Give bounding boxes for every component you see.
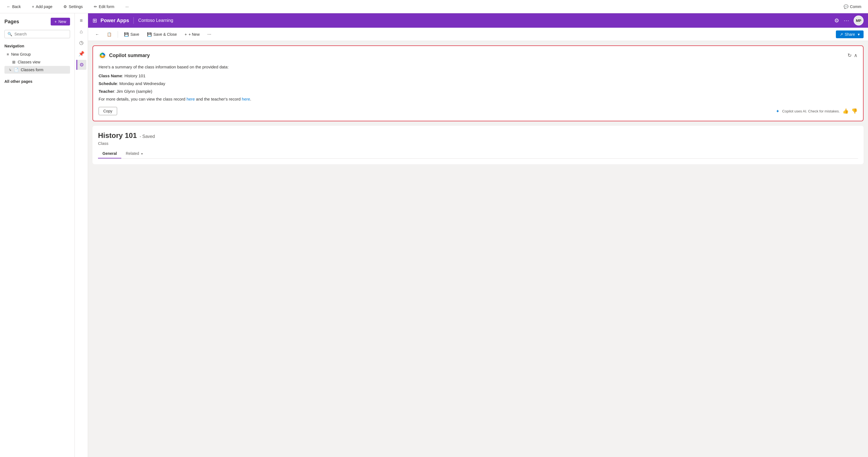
all-other-pages-title: All other pages (4, 79, 32, 84)
copilot-title-row: Copilot summary (99, 52, 150, 59)
share-icon: ↗ (840, 32, 843, 36)
details-line: For more details, you can view the class… (99, 96, 858, 102)
summary-intro: Here's a summary of the class informatio… (99, 64, 858, 70)
navigation-title: Navigation (4, 44, 70, 48)
main-layout: Pages + New 🔍 Navigation ≡ New Group ⊞ C… (0, 13, 868, 457)
copilot-body: Here's a summary of the class informatio… (99, 64, 858, 102)
settings-button[interactable]: ⚙ Settings (61, 3, 85, 10)
form-content: Copilot summary ↻ ∧ Here's a summary of … (88, 41, 868, 457)
form-icon: 📄 (14, 68, 19, 72)
add-page-label: Add page (36, 4, 52, 9)
save-icon: 💾 (124, 32, 129, 36)
share-button[interactable]: ↗ Share ▾ (836, 30, 864, 38)
app-settings-button[interactable]: ⚙ (834, 17, 839, 24)
rail-home-button[interactable]: ⌂ (76, 27, 86, 36)
toolbar-record-button[interactable]: 📋 (104, 30, 114, 38)
details-suffix: . (250, 97, 251, 101)
svg-point-1 (101, 54, 103, 57)
search-icon: 🔍 (7, 32, 12, 36)
app-header-divider (133, 17, 134, 24)
toolbar-more-button[interactable]: ⋯ (205, 30, 214, 38)
copilot-footer: Copy ✦ Copilot uses AI. Check for mistak… (99, 107, 858, 115)
nav-item-classes-view[interactable]: ⊞ Classes view (4, 58, 70, 66)
new-page-button[interactable]: + New (51, 18, 70, 26)
class-name-label: Class Name (99, 73, 122, 78)
collapse-button[interactable]: ∧ (854, 52, 858, 58)
rail-hamburger-button[interactable]: ≡ (76, 16, 86, 26)
toolbar-back-icon: ← (95, 32, 99, 36)
rail-pin-button[interactable]: 📌 (76, 49, 86, 59)
class-record-link[interactable]: here (187, 97, 195, 101)
edit-form-button[interactable]: ✏ Edit form (92, 3, 117, 10)
schedule-line: Schedule: Monday and Wednesday (99, 80, 858, 87)
new-group-label: New Group (11, 52, 31, 57)
toolbar-new-button[interactable]: + + New (182, 30, 203, 38)
toolbar-divider-1 (118, 31, 118, 38)
refresh-button[interactable]: ↻ (847, 52, 852, 58)
toolbar-record-icon: 📋 (107, 32, 112, 36)
record-title-row: History 101 - Saved (98, 131, 858, 140)
edit-form-label: Edit form (99, 4, 114, 9)
copilot-logo-icon (99, 52, 106, 59)
search-box: 🔍 (4, 30, 70, 38)
copilot-title: Copilot summary (109, 53, 150, 58)
edit-icon: ✏ (94, 4, 97, 9)
toolbar-save-close-button[interactable]: 💾 Save & Close (144, 30, 180, 38)
details-prefix: For more details, you can view the class… (99, 97, 187, 101)
related-tab-label: Related (126, 151, 139, 156)
top-bar: ← Back + Add page ⚙ Settings ✏ Edit form… (0, 0, 868, 13)
add-page-button[interactable]: + Add page (30, 3, 55, 10)
app-site-name: Contoso Learning (138, 18, 173, 23)
more-dots-icon: ··· (125, 4, 129, 9)
toolbar-back-button[interactable]: ← (92, 30, 102, 38)
colon-3: : (114, 89, 116, 94)
schedule-label: Schedule (99, 81, 117, 86)
copy-button[interactable]: Copy (99, 107, 117, 115)
tab-general[interactable]: General (98, 149, 121, 158)
toolbar-save-button[interactable]: 💾 Save (121, 30, 142, 38)
details-middle: and the teacher's record (195, 97, 242, 101)
comm-button[interactable]: 💬 Comm (841, 3, 864, 10)
record-type: Class (98, 141, 858, 146)
copilot-feedback: ✦ Copilot uses AI. Check for mistakes. 👍… (776, 108, 858, 114)
new-plus-icon: + (185, 32, 187, 36)
new-label: + New (189, 32, 199, 36)
back-label: Back (12, 4, 21, 9)
copilot-header-actions: ↻ ∧ (847, 52, 858, 58)
list-icon: ≡ (7, 52, 9, 57)
class-name-line: Class Name: History 101 (99, 72, 858, 79)
sub-arrow-icon: ↳ (9, 68, 12, 72)
avatar[interactable]: MP (854, 16, 864, 26)
all-other-pages-section: All other pages (0, 75, 74, 85)
settings-icon: ⚙ (63, 4, 67, 9)
toolbar-more-icon: ⋯ (207, 32, 211, 36)
rail-clock-button[interactable]: ◷ (76, 38, 86, 48)
teacher-value: Jim Glynn (sample) (117, 89, 152, 94)
navigation-section: Navigation ≡ New Group ⊞ Classes view ↳ … (0, 40, 74, 75)
nav-item-new-group[interactable]: ≡ New Group (4, 51, 70, 58)
copilot-header: Copilot summary ↻ ∧ (99, 52, 858, 59)
rail-form-button[interactable]: ⚙ (76, 60, 86, 70)
thumbs-up-button[interactable]: 👍 (842, 108, 848, 114)
pages-header: Pages + New (0, 13, 74, 28)
thumbs-down-button[interactable]: 👎 (851, 108, 858, 114)
grid-icon: ⊞ (92, 18, 97, 24)
add-icon: + (32, 4, 34, 9)
colon-2: : (117, 81, 119, 86)
spark-icon: ✦ (776, 109, 779, 114)
record-title: History 101 (98, 131, 137, 140)
teacher-line: Teacher: Jim Glynn (sample) (99, 88, 858, 95)
app-more-button[interactable]: ⋯ (844, 17, 849, 24)
classes-view-label: Classes view (18, 60, 40, 64)
nav-item-classes-form[interactable]: ↳ 📄 Classes form (4, 66, 70, 74)
more-button[interactable]: ··· (123, 3, 131, 10)
comm-icon: 💬 (844, 4, 848, 9)
search-input[interactable] (14, 32, 67, 36)
back-button[interactable]: ← Back (4, 3, 23, 10)
content-area: ⊞ Power Apps Contoso Learning ⚙ ⋯ MP ← 📋 (88, 13, 868, 457)
tab-related[interactable]: Related ▾ (121, 149, 147, 158)
teacher-record-link[interactable]: here (242, 97, 250, 101)
save-label: Save (130, 32, 139, 36)
app-grid-button[interactable]: ⊞ (92, 17, 97, 24)
class-name-value: History 101 (124, 73, 145, 78)
